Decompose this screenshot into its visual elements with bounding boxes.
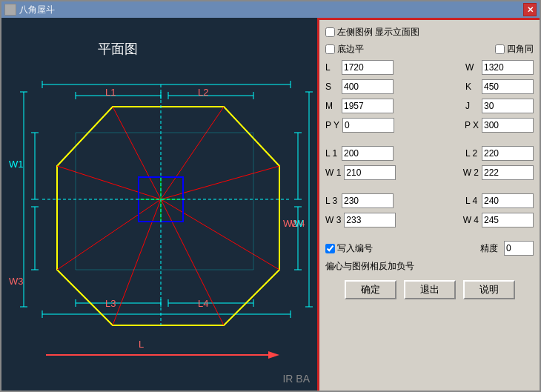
input-PY[interactable]: [342, 118, 394, 133]
input-W1[interactable]: [344, 165, 396, 180]
content-area: 平面图: [1, 18, 540, 391]
svg-marker-51: [268, 351, 279, 359]
svg-line-44: [57, 166, 161, 199]
panel-row-SK: S K: [325, 79, 534, 94]
input-L4[interactable]: [482, 193, 534, 208]
input-L3[interactable]: [342, 193, 394, 208]
label-W2: W 2: [463, 167, 479, 178]
panel-row-1: 左侧图例 显示立面图: [325, 26, 534, 39]
cad-label-L1: L1: [105, 87, 116, 98]
checkbox-write-number-label[interactable]: 写入编号: [325, 242, 373, 255]
checkbox-four[interactable]: [495, 44, 505, 54]
cad-label-W: W: [294, 218, 303, 229]
cad-label-W1: W1: [9, 159, 24, 170]
svg-line-37: [113, 107, 161, 199]
label-PX: P X: [465, 120, 479, 130]
input-L[interactable]: [342, 60, 394, 75]
checkbox-write-number-text: 写入编号: [337, 242, 373, 255]
label-W: W: [465, 62, 479, 73]
panel-row-offset: 偏心与图例相反加负号: [325, 260, 534, 273]
input-W[interactable]: [482, 60, 534, 75]
panel-row-numberprecision: 写入编号 精度: [325, 241, 534, 256]
panel-row-PYPX: P Y P X: [325, 118, 534, 133]
cad-svg: [1, 18, 317, 359]
checkbox-left-label[interactable]: 左侧图例 显示立面图: [325, 26, 419, 39]
cad-label-L4: L4: [198, 298, 208, 309]
input-L2[interactable]: [482, 146, 534, 161]
svg-line-39: [161, 166, 279, 199]
label-L3: L 3: [325, 196, 339, 206]
cad-label-L3: L3: [105, 298, 116, 309]
label-S: S: [325, 82, 339, 92]
control-panel: 左侧图例 显示立面图 底边平 四角同 L W: [317, 18, 540, 391]
cad-label-L: L: [139, 339, 144, 350]
input-W3[interactable]: [344, 213, 396, 227]
main-window: 八角屋斗 ✕ 平面图: [0, 0, 541, 392]
checkbox-bottom[interactable]: [325, 44, 335, 54]
precision-label: 精度: [480, 242, 501, 255]
checkbox-write-number[interactable]: [325, 244, 335, 253]
input-W2[interactable]: [482, 165, 534, 180]
panel-row-L1L2: L 1 L 2: [325, 146, 534, 161]
panel-row-buttons: 确定 退出 说明: [325, 280, 534, 299]
input-K[interactable]: [482, 79, 534, 94]
titlebar: 八角屋斗 ✕: [1, 1, 540, 18]
label-PY: P Y: [325, 120, 339, 130]
label-L: L: [325, 62, 339, 73]
precision-input[interactable]: [504, 241, 534, 256]
checkbox-left[interactable]: [325, 27, 335, 37]
input-M[interactable]: [342, 99, 394, 113]
input-PX[interactable]: [482, 118, 534, 133]
panel-row-MJ: M J: [325, 99, 534, 113]
label-L4: L 4: [465, 196, 479, 206]
cad-drawing-area: 平面图: [1, 18, 317, 391]
help-button[interactable]: 说明: [463, 280, 515, 299]
checkbox-four-text: 四角同: [507, 43, 534, 56]
ok-button[interactable]: 确定: [345, 280, 396, 299]
offset-label: 偏心与图例相反加负号: [325, 260, 414, 273]
cad-label-L2: L2: [198, 87, 208, 98]
svg-line-42: [113, 199, 161, 325]
label-L2: L 2: [465, 148, 479, 159]
input-J[interactable]: [482, 99, 534, 113]
panel-row-L3L4: L 3 L 4: [325, 193, 534, 208]
watermark-label: IR BA: [282, 373, 310, 385]
panel-row-LW: L W: [325, 60, 534, 75]
exit-button[interactable]: 退出: [404, 280, 456, 299]
label-W4: W 4: [463, 215, 479, 225]
label-W3: W 3: [325, 215, 341, 225]
input-L1[interactable]: [342, 146, 394, 161]
svg-marker-36: [57, 107, 279, 325]
svg-line-38: [161, 107, 224, 199]
panel-row-2: 底边平 四角同: [325, 43, 534, 56]
app-icon: [4, 4, 16, 16]
checkbox-left-text: 左侧图例 显示立面图: [337, 26, 419, 39]
label-M: M: [325, 101, 339, 111]
panel-row-W3W4: W 3 W 4: [325, 213, 534, 227]
svg-line-43: [57, 199, 161, 270]
checkbox-four-label[interactable]: 四角同: [495, 43, 534, 56]
panel-row-W1W2: W 1 W 2: [325, 165, 534, 180]
input-W4[interactable]: [482, 213, 534, 227]
window-title: 八角屋斗: [19, 4, 55, 16]
label-L1: L 1: [325, 148, 339, 159]
checkbox-bottom-text: 底边平: [337, 43, 364, 56]
checkbox-bottom-label[interactable]: 底边平: [325, 43, 364, 56]
label-J: J: [465, 101, 479, 111]
cad-label-W3: W3: [9, 276, 24, 287]
label-W1: W 1: [325, 167, 341, 178]
close-button[interactable]: ✕: [523, 3, 537, 16]
input-S[interactable]: [342, 79, 394, 94]
label-K: K: [465, 82, 479, 92]
